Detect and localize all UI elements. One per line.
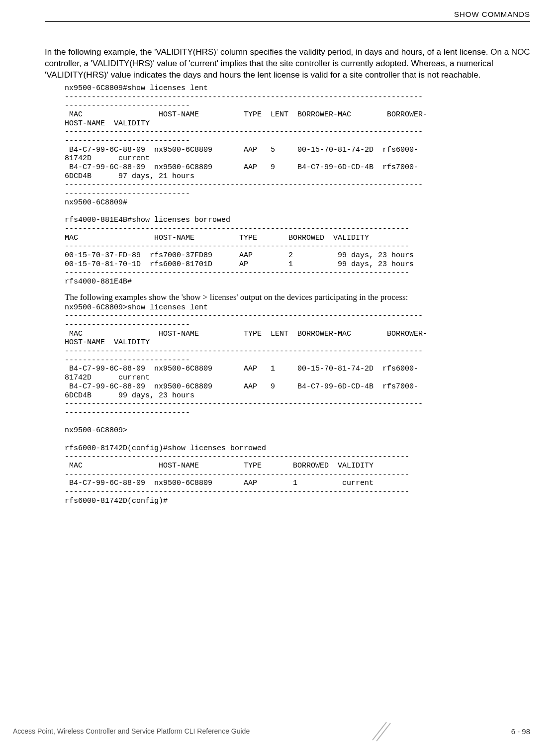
- sub-paragraph: The following examples show the 'show > …: [65, 292, 530, 302]
- page-footer: Access Point, Wireless Controller and Se…: [0, 720, 560, 742]
- intro-paragraph: In the following example, the 'VALIDITY(…: [45, 47, 530, 81]
- page-container: SHOW COMMANDS In the following example, …: [0, 0, 560, 754]
- footer-text: Access Point, Wireless Controller and Se…: [13, 727, 250, 735]
- section-title: SHOW COMMANDS: [454, 10, 530, 18]
- page-number: 6 - 98: [511, 727, 530, 736]
- code-block-1: nx9500-6C8809#show licenses lent -------…: [65, 84, 530, 286]
- page-header: SHOW COMMANDS: [45, 10, 530, 22]
- footer-slash-icon: [370, 720, 391, 742]
- code-block-2: nx9500-6C8809>show licenses lent -------…: [65, 303, 530, 506]
